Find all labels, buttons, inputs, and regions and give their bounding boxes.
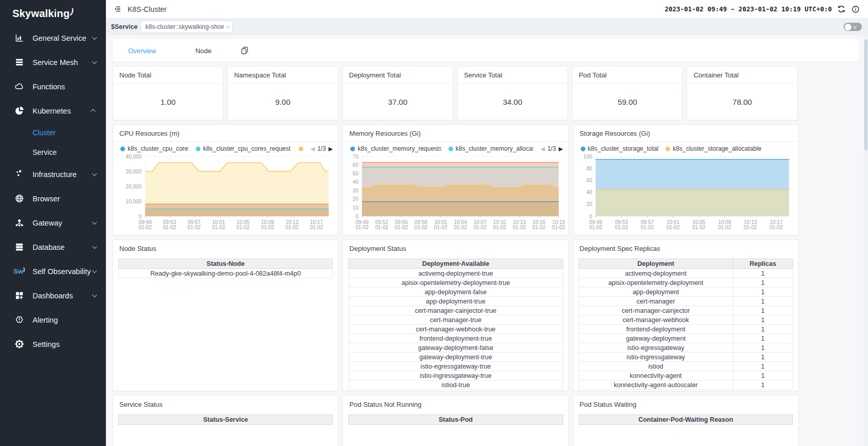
- legend-label: k8s_cluster_cpu_cores_requests: [203, 145, 290, 152]
- chevron-down-icon: [226, 24, 230, 28]
- legend-item-k8s-cluster-cpu-cores-requests[interactable]: k8s_cluster_cpu_cores_requests: [196, 145, 290, 152]
- stat-card-title: Pod Total: [572, 67, 682, 84]
- sidebar-subitem-service[interactable]: Service: [0, 142, 106, 162]
- table-panel-title: Deployment Status: [343, 240, 568, 257]
- sidebar-item-gateway[interactable]: Gateway: [0, 211, 106, 235]
- svg-text:01-02: 01-02: [493, 225, 507, 230]
- svg-text:01-02: 01-02: [454, 225, 467, 230]
- svg-text:01-02: 01-02: [375, 225, 389, 230]
- chart-canvas[interactable]: 02040608010009:4901-0209:5301-0209:5701-…: [574, 153, 798, 233]
- table-cell: 1: [733, 269, 793, 278]
- svg-text:01-02: 01-02: [285, 225, 299, 230]
- sidebar-item-infrastructure[interactable]: Infrastructure: [0, 162, 106, 186]
- refresh-icon[interactable]: [836, 4, 846, 14]
- sidebar-item-dashboards[interactable]: Dashboards: [0, 283, 106, 308]
- table-row: frontend-deployment1: [579, 325, 793, 334]
- chart-canvas[interactable]: 01020304050607009:4901-0209:5201-0209:55…: [343, 153, 568, 233]
- table-row: istiod1: [579, 362, 793, 371]
- service-select[interactable]: k8s-cluster::skywalking-showca: [141, 21, 233, 33]
- sidebar-item-database[interactable]: Database: [0, 235, 106, 259]
- table-cell: istio-ingressgateway-true: [349, 371, 563, 380]
- stat-card-title: Deployment Total: [343, 67, 453, 84]
- sidebar-item-settings[interactable]: Settings: [0, 332, 106, 356]
- svg-text:01-02: 01-02: [237, 225, 250, 230]
- svg-text:30,000: 30,000: [126, 169, 142, 174]
- sidebar-item-self-observability[interactable]: Sw)Self Observability: [0, 259, 106, 283]
- legend-label: k8s_cluster_memory_requests: [358, 145, 441, 152]
- table-header-cell: Replicas: [733, 259, 793, 269]
- table-panel-deployment-spec-replicas: Deployment Spec ReplicasDeploymentReplic…: [573, 240, 799, 391]
- legend-item-k8s-cluster-memory-allocat[interactable]: k8s_cluster_memory_allocat: [448, 145, 533, 152]
- tab-overview[interactable]: Overview: [128, 47, 156, 55]
- svg-text:01-02: 01-02: [615, 225, 628, 230]
- sidebar-collapse-icon[interactable]: [112, 4, 122, 14]
- chart-canvas[interactable]: 010,00020,00030,00040,00009:4901-0209:53…: [113, 153, 338, 233]
- sidebar-item-kubernetes[interactable]: Kubernetes: [0, 99, 106, 123]
- copy-icon[interactable]: [240, 46, 249, 55]
- table-row: cert-manager1: [579, 297, 793, 306]
- legend-prev-icon[interactable]: ◀: [540, 146, 545, 152]
- scrollbar-thumb[interactable]: [864, 39, 867, 150]
- legend-next-icon[interactable]: ▶: [559, 146, 563, 152]
- sidebar-item-service-mesh[interactable]: Service Mesh: [0, 50, 106, 74]
- scrollbar-track[interactable]: [864, 35, 868, 446]
- gear-icon: [13, 339, 25, 349]
- sidebar-item-label: General Service: [33, 34, 86, 42]
- table-cell: konnectivity-agent: [579, 371, 733, 380]
- table-cell: 1: [733, 380, 793, 390]
- svg-text:01-02: 01-02: [188, 225, 201, 230]
- table-row: gateway-deployment1: [579, 334, 793, 343]
- stat-card-deployment-total: Deployment Total37.00: [343, 66, 453, 120]
- legend-item-k8s-cluster-cpu-cores[interactable]: k8s_cluster_cpu_cores: [120, 145, 189, 152]
- legend-item-k8s-cluster-storage-total[interactable]: k8s_cluster_storage_total: [581, 145, 659, 152]
- table-row: app-deployment-false: [349, 288, 563, 297]
- table-row: activemq-deployment1: [579, 269, 793, 278]
- sidebar-subitem-cluster[interactable]: Cluster: [0, 123, 106, 142]
- sidebar-item-alerting[interactable]: Alerting: [0, 308, 106, 332]
- table-header-row: Container-Pod-Waiting Reason: [579, 415, 793, 425]
- chevron-down-icon: [92, 59, 97, 64]
- legend-prev-icon[interactable]: ◀: [311, 146, 315, 152]
- table-row: konnectivity-agent1: [579, 371, 793, 380]
- table-row: app-deployment-true: [349, 297, 563, 306]
- info-icon[interactable]: [850, 4, 861, 14]
- svg-text:20,000: 20,000: [126, 184, 142, 189]
- variables-toggle[interactable]: V: [844, 23, 862, 31]
- table-header-row: Status-Pod: [349, 415, 563, 425]
- table-header-row: DeploymentReplicas: [579, 259, 793, 269]
- table-header-row: Deployment-Available: [349, 259, 563, 269]
- legend-item-k8s-cluster-storage-allocatable[interactable]: k8s_cluster_storage_allocatable: [665, 145, 761, 152]
- svg-text:01-02: 01-02: [261, 225, 274, 230]
- pie-icon: [13, 106, 25, 116]
- tab-node[interactable]: Node: [195, 47, 211, 55]
- table-cell: 1: [733, 278, 793, 288]
- chevron-down-icon: [92, 292, 97, 297]
- table-cell: cert-manager-webhook: [579, 315, 733, 325]
- sidebar-item-general-service[interactable]: General Service: [0, 26, 106, 50]
- table-header-cell: Status-Pod: [349, 415, 563, 425]
- svg-text:40: 40: [353, 179, 359, 185]
- table-header-row: Status-Node: [119, 259, 333, 269]
- sidebar-item-functions[interactable]: Functions: [0, 74, 106, 99]
- table-cell: 1: [733, 362, 793, 371]
- stat-card-value: 9.00: [228, 84, 337, 120]
- table-cell: konnectivity-agent-autoscaler: [579, 380, 733, 390]
- sidebar-item-label: Kubernetes: [33, 107, 71, 115]
- sidebar-item-browser[interactable]: Browser: [0, 186, 106, 211]
- svg-text:01-02: 01-02: [513, 225, 526, 230]
- chart-title: CPU Resources (m): [113, 125, 338, 142]
- stat-card-pod-total: Pod Total59.00: [572, 66, 683, 120]
- top-header: K8S-Cluster 2023-01-02 09:49 ~ 2023-01-0…: [106, 0, 868, 19]
- time-range[interactable]: 2023-01-02 09:49 ~ 2023-01-02 10:19 UTC+…: [664, 5, 832, 13]
- data-table: DeploymentReplicasactivemq-deployment1ap…: [579, 259, 793, 390]
- svg-text:60: 60: [586, 178, 593, 183]
- table-row: cert-manager-cainjector1: [579, 306, 793, 315]
- legend-item-k8s-cluster-memory-requests[interactable]: k8s_cluster_memory_requests: [350, 145, 441, 152]
- app-root: Skywalking) General ServiceService MeshF…: [0, 0, 868, 446]
- stat-card-title: Container Total: [687, 67, 797, 84]
- stat-card-title: Service Total: [458, 67, 567, 84]
- legend-next-icon[interactable]: ▶: [329, 146, 333, 152]
- table-panel-pod-status-not-running: Pod Status Not RunningStatus-Pod: [343, 395, 568, 446]
- svg-text:100: 100: [583, 154, 592, 160]
- tab-strip: OverviewNode: [113, 39, 859, 61]
